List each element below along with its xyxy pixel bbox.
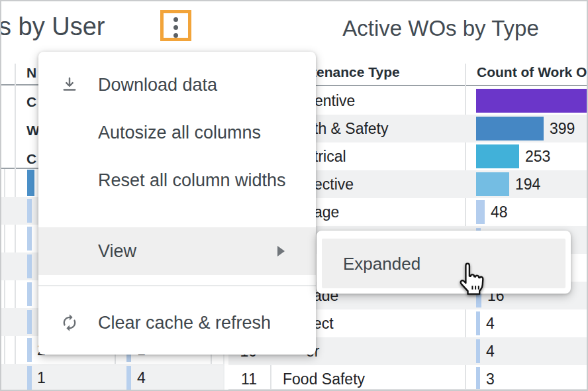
left-bar-col1 bbox=[27, 199, 32, 223]
refresh-icon bbox=[60, 313, 79, 332]
count-value: 48 bbox=[491, 198, 508, 226]
left-bar-col1 bbox=[27, 282, 32, 306]
count-bar bbox=[476, 172, 509, 196]
menu-item-autosize-columns[interactable]: Autosize all columns bbox=[98, 123, 261, 143]
left-bar-col1 bbox=[27, 338, 32, 362]
count-value: 4 bbox=[486, 309, 495, 337]
count-bar bbox=[476, 200, 485, 224]
left-bar-col1 bbox=[27, 254, 32, 278]
kebab-menu-button[interactable] bbox=[160, 10, 191, 41]
maintenance-type-cell: age bbox=[314, 198, 339, 226]
count-value: 399 bbox=[550, 115, 575, 142]
submenu-arrow-icon bbox=[277, 246, 285, 256]
column-header-maintenance-type[interactable]: tenance Type bbox=[312, 61, 400, 84]
left-header-fragment: W bbox=[26, 122, 40, 139]
row-number: 11 bbox=[233, 365, 257, 391]
left-bar-col1 bbox=[27, 366, 32, 390]
menu-item-reset-column-widths[interactable]: Reset all column widths bbox=[98, 170, 286, 191]
dashboard-screen: s by User NCWC 2114 Active WOs by Type t… bbox=[0, 0, 588, 391]
count-value: 3 bbox=[486, 365, 495, 391]
count-bar bbox=[476, 339, 480, 363]
count-value: 4 bbox=[486, 337, 495, 365]
table-row bbox=[0, 364, 223, 391]
left-cell-value: 1 bbox=[37, 364, 46, 391]
menu-item-clear-cache-refresh[interactable]: Clear cache & refresh bbox=[98, 313, 271, 333]
maintenance-type-cell: ective bbox=[314, 170, 354, 198]
maintenance-type-cell: ect bbox=[313, 309, 334, 337]
download-icon bbox=[60, 76, 79, 94]
left-header-fragment: N bbox=[26, 64, 36, 82]
menu-item-download-data[interactable]: Download data bbox=[98, 75, 217, 95]
left-bar-col2 bbox=[126, 366, 131, 390]
count-value: 194 bbox=[515, 170, 540, 198]
count-bar bbox=[476, 311, 480, 335]
chart-context-menu: Download data Autosize all columns Reset… bbox=[38, 52, 316, 355]
left-grid-line bbox=[15, 64, 16, 390]
submenu-item-expanded-label: Expanded bbox=[343, 253, 420, 274]
menu-item-view[interactable]: View bbox=[38, 227, 316, 275]
left-bar-col1 bbox=[27, 170, 34, 196]
left-chart-title: s by User bbox=[0, 13, 105, 41]
maintenance-type-cell: th & Safety bbox=[314, 115, 389, 142]
count-value: 253 bbox=[525, 142, 550, 170]
left-bar-col1 bbox=[27, 310, 32, 334]
count-bar bbox=[476, 367, 480, 391]
count-bar bbox=[476, 89, 588, 113]
menu-divider bbox=[38, 285, 316, 286]
submenu-item-expanded[interactable]: Expanded bbox=[322, 239, 565, 288]
maintenance-type-cell: entive bbox=[315, 87, 355, 115]
menu-item-view-label: View bbox=[98, 241, 136, 262]
view-submenu: Expanded bbox=[317, 231, 571, 294]
count-bar bbox=[476, 144, 519, 168]
maintenance-type-cell: trical bbox=[314, 142, 346, 170]
left-bar-col1 bbox=[27, 227, 32, 251]
left-header-fragment: C bbox=[26, 93, 36, 111]
left-header-fragment: C bbox=[26, 150, 36, 168]
left-cell-value: 4 bbox=[137, 364, 146, 391]
maintenance-type-cell: Food Safety bbox=[283, 365, 365, 391]
hand-cursor-icon bbox=[454, 262, 489, 296]
right-table-bottom-border bbox=[228, 389, 588, 390]
column-header-count-of-work-orders[interactable]: Count of Work O bbox=[477, 61, 587, 84]
right-chart-title: Active WOs by Type bbox=[293, 16, 588, 41]
count-bar bbox=[476, 117, 544, 140]
